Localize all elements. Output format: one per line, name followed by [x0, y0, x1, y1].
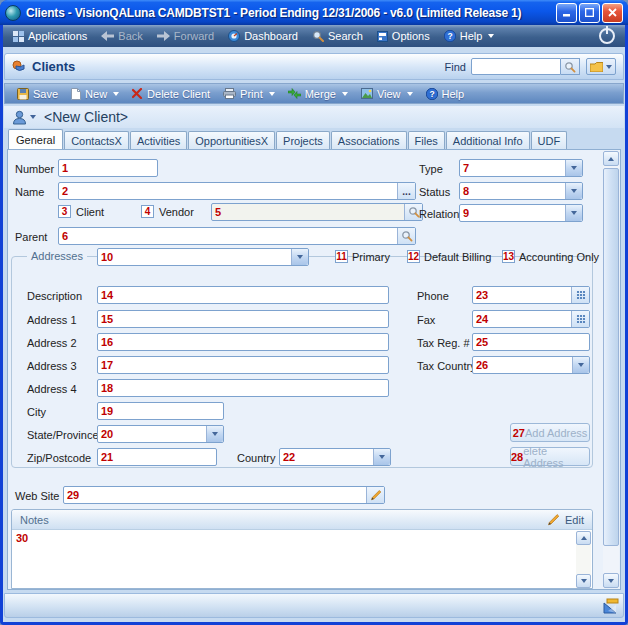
- phone-dial-button[interactable]: [571, 287, 589, 303]
- parent-lookup-button[interactable]: [397, 228, 415, 244]
- notes-header: Notes Edit: [12, 510, 592, 530]
- tab-contactsx[interactable]: ContactsX: [64, 131, 129, 149]
- print-icon: [223, 88, 236, 99]
- dashboard-icon: [228, 30, 240, 42]
- notes-scroll-up[interactable]: [576, 531, 591, 545]
- clients-icon: [12, 60, 26, 73]
- address-selector[interactable]: 10: [97, 248, 309, 266]
- expand-corner-icon[interactable]: [602, 598, 619, 615]
- website-field[interactable]: 29: [63, 486, 385, 504]
- client-avatar-icon[interactable]: [12, 110, 27, 125]
- address2-field[interactable]: 16: [97, 333, 389, 351]
- scroll-up-button[interactable]: [603, 151, 619, 166]
- nav-applications[interactable]: Applications: [13, 30, 87, 42]
- nav-back[interactable]: Back: [101, 30, 142, 42]
- maximize-button[interactable]: [579, 3, 600, 23]
- delete-address-button[interactable]: 28elete Address: [510, 447, 590, 466]
- tab-udf[interactable]: UDF: [531, 131, 568, 149]
- description-label: Description: [27, 290, 82, 302]
- country-select[interactable]: 22: [279, 448, 391, 466]
- add-address-button[interactable]: 27Add Address: [510, 423, 590, 442]
- find-input[interactable]: [471, 58, 561, 75]
- type-dropdown-arrow[interactable]: [565, 160, 582, 176]
- relationship-select[interactable]: 9: [459, 204, 583, 222]
- tab-opportunitiesx[interactable]: OpportunitiesX: [188, 131, 275, 149]
- city-field[interactable]: 19: [97, 402, 224, 420]
- status-dropdown-arrow[interactable]: [565, 183, 582, 199]
- type-select[interactable]: 7: [459, 159, 583, 177]
- name-browse-button[interactable]: ...: [397, 183, 415, 199]
- merge-button[interactable]: Merge: [284, 88, 352, 100]
- city-label: City: [27, 406, 46, 418]
- nav-help[interactable]: ? Help: [444, 30, 495, 42]
- tax-country-select[interactable]: 26: [472, 356, 590, 374]
- relationship-dropdown-arrow[interactable]: [565, 205, 582, 221]
- address-selector-dropdown-arrow[interactable]: [291, 249, 308, 265]
- notes-scrollbar[interactable]: [576, 531, 591, 588]
- tax-country-dropdown-arrow[interactable]: [572, 357, 589, 373]
- address1-label: Address 1: [27, 314, 77, 326]
- fax-dial-button[interactable]: [571, 311, 589, 327]
- vendor-lookup-field[interactable]: 5: [211, 203, 423, 221]
- save-button[interactable]: Save: [13, 88, 62, 100]
- tab-activities[interactable]: Activities: [130, 131, 187, 149]
- vendor-checkbox[interactable]: 4: [141, 205, 154, 218]
- new-button[interactable]: New: [67, 88, 123, 100]
- merge-dropdown-arrow[interactable]: [342, 92, 348, 96]
- close-button[interactable]: [602, 3, 623, 23]
- tab-additional-info[interactable]: Additional Info: [446, 131, 530, 149]
- pencil-icon: [370, 489, 382, 501]
- print-button[interactable]: Print: [219, 88, 279, 100]
- country-dropdown-arrow[interactable]: [373, 449, 390, 465]
- tax-reg-field[interactable]: 25: [472, 333, 590, 351]
- folder-dropdown-arrow: [606, 65, 612, 69]
- address4-field[interactable]: 18: [97, 379, 389, 397]
- number-field[interactable]: 1: [58, 159, 158, 177]
- title-bar: Clients - VisionQALuna CAMDBTST1 - Perio…: [0, 0, 628, 25]
- parent-field[interactable]: 6: [58, 227, 416, 245]
- scrollbar-thumb[interactable]: [603, 168, 619, 546]
- description-field[interactable]: 14: [97, 286, 389, 304]
- nav-dashboard[interactable]: Dashboard: [228, 30, 298, 42]
- tab-general[interactable]: General: [8, 129, 63, 149]
- website-edit-button[interactable]: [366, 487, 384, 503]
- notes-text[interactable]: 30: [12, 530, 592, 589]
- notes-scroll-down[interactable]: [576, 574, 591, 588]
- print-dropdown-arrow[interactable]: [269, 92, 275, 96]
- address1-field[interactable]: 15: [97, 310, 389, 328]
- phone-field[interactable]: 23: [472, 286, 590, 304]
- nav-options[interactable]: Options: [377, 30, 430, 42]
- zip-field[interactable]: 21: [97, 448, 217, 466]
- state-dropdown-arrow[interactable]: [206, 426, 223, 442]
- minimize-button[interactable]: [556, 3, 577, 23]
- nav-search[interactable]: Search: [312, 30, 363, 42]
- tab-projects[interactable]: Projects: [276, 131, 330, 149]
- status-select[interactable]: 8: [459, 182, 583, 200]
- toolbar-help-button[interactable]: ? Help: [422, 88, 469, 100]
- view-button[interactable]: View: [357, 88, 417, 100]
- find-search-button[interactable]: [561, 58, 580, 75]
- delete-client-button[interactable]: Delete Client: [128, 88, 214, 100]
- view-dropdown-arrow[interactable]: [407, 92, 413, 96]
- new-page-icon: [71, 88, 81, 100]
- state-select[interactable]: 20: [97, 425, 224, 443]
- notes-edit-button[interactable]: Edit: [547, 513, 584, 526]
- accounting-only-checkbox[interactable]: 13: [502, 250, 515, 263]
- address3-field[interactable]: 17: [97, 356, 389, 374]
- primary-checkbox[interactable]: 11: [335, 250, 348, 263]
- name-field[interactable]: 2...: [58, 182, 416, 200]
- record-dropdown-arrow[interactable]: [30, 115, 36, 119]
- tab-associations[interactable]: Associations: [331, 131, 407, 149]
- new-dropdown-arrow[interactable]: [113, 92, 119, 96]
- tab-files[interactable]: Files: [408, 131, 445, 149]
- help-dropdown-arrow: [488, 34, 494, 38]
- default-billing-checkbox[interactable]: 12: [407, 250, 420, 263]
- power-icon[interactable]: [599, 28, 615, 44]
- fax-field[interactable]: 24: [472, 310, 590, 328]
- nav-forward[interactable]: Forward: [157, 30, 214, 42]
- client-checkbox[interactable]: 3: [58, 205, 71, 218]
- content-scrollbar[interactable]: [603, 151, 619, 588]
- scroll-down-button[interactable]: [603, 573, 619, 588]
- help-icon: ?: [444, 30, 456, 42]
- folder-button[interactable]: [586, 58, 616, 75]
